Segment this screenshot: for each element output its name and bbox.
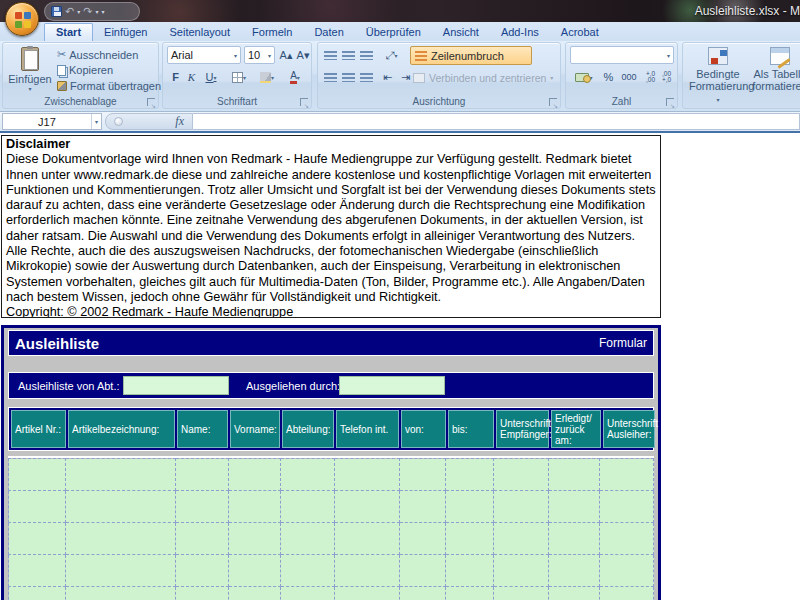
table-cell[interactable] xyxy=(600,491,654,523)
table-cell[interactable] xyxy=(548,587,600,600)
percent-style-button[interactable]: % xyxy=(600,68,617,86)
decrease-decimal-button[interactable]: ,00+,0 xyxy=(659,68,674,86)
font-dialog-launcher-icon[interactable] xyxy=(300,98,308,106)
table-cell[interactable] xyxy=(548,491,600,523)
save-icon[interactable] xyxy=(51,6,62,17)
table-cell[interactable] xyxy=(446,459,494,491)
cut-button[interactable]: ✂ Ausschneiden xyxy=(57,48,138,61)
table-cell[interactable] xyxy=(600,555,654,587)
align-center-button[interactable] xyxy=(340,68,357,86)
wrap-text-button[interactable]: Zeilenumbruch xyxy=(410,46,532,65)
table-cell[interactable] xyxy=(446,491,494,523)
formula-input[interactable] xyxy=(193,113,800,130)
table-cell[interactable] xyxy=(446,555,494,587)
table-cell[interactable] xyxy=(65,587,176,600)
tab-einfügen[interactable]: Einfügen xyxy=(93,24,158,41)
align-left-button[interactable] xyxy=(322,68,339,86)
table-cell[interactable] xyxy=(65,555,176,587)
orientation-button[interactable]: ⤢▾ xyxy=(379,46,404,64)
table-cell[interactable] xyxy=(229,587,281,600)
insert-function-icon[interactable]: fx xyxy=(175,114,184,129)
table-cell[interactable] xyxy=(548,555,600,587)
align-right-button[interactable] xyxy=(358,68,375,86)
table-cell[interactable] xyxy=(176,459,229,491)
number-format-combo[interactable]: ▾ xyxy=(570,46,674,64)
table-cell[interactable] xyxy=(334,491,399,523)
font-name-combo[interactable]: Arial▾ xyxy=(167,46,241,64)
table-cell[interactable] xyxy=(493,459,548,491)
table-cell[interactable] xyxy=(399,491,446,523)
table-cell[interactable] xyxy=(280,459,334,491)
table-cell[interactable] xyxy=(600,587,654,600)
align-top-button[interactable] xyxy=(322,46,339,64)
name-box[interactable]: J17 ▾ xyxy=(2,113,102,130)
tab-acrobat[interactable]: Acrobat xyxy=(550,24,610,41)
number-dialog-launcher-icon[interactable] xyxy=(666,98,674,106)
table-cell[interactable] xyxy=(65,491,176,523)
borders-button[interactable]: ▾ xyxy=(226,68,252,86)
office-button[interactable] xyxy=(5,2,39,36)
format-as-table-button[interactable]: Als Tabelle formatieren xyxy=(751,47,800,92)
qat-customize-icon[interactable]: ▾ xyxy=(101,8,104,15)
table-cell[interactable] xyxy=(334,523,399,555)
table-cell[interactable] xyxy=(9,491,66,523)
table-cell[interactable] xyxy=(280,523,334,555)
tab-daten[interactable]: Daten xyxy=(303,24,354,41)
table-cell[interactable] xyxy=(176,587,229,600)
merge-center-button[interactable]: Verbinden und zentrieren ▾ xyxy=(410,68,560,87)
increase-decimal-button[interactable]: +,0,00 xyxy=(643,68,658,86)
format-painter-button[interactable]: Format übertragen xyxy=(57,80,161,92)
conditional-formatting-button[interactable]: Bedingte Formatierung ▾ xyxy=(689,47,747,106)
table-cell[interactable] xyxy=(280,587,334,600)
table-cell[interactable] xyxy=(280,491,334,523)
table-cell[interactable] xyxy=(334,587,399,600)
table-cell[interactable] xyxy=(399,555,446,587)
table-cell[interactable] xyxy=(176,491,229,523)
table-cell[interactable] xyxy=(399,523,446,555)
tab-ansicht[interactable]: Ansicht xyxy=(432,24,490,41)
table-cell[interactable] xyxy=(9,587,66,600)
table-cell[interactable] xyxy=(493,523,548,555)
table-cell[interactable] xyxy=(334,555,399,587)
align-bottom-button[interactable] xyxy=(358,46,375,64)
accounting-format-button[interactable]: ▾ xyxy=(570,68,598,86)
redo-icon[interactable]: ↷ xyxy=(83,6,92,17)
table-cell[interactable] xyxy=(176,555,229,587)
undo-icon[interactable]: ↶ xyxy=(65,6,74,17)
table-cell[interactable] xyxy=(9,523,66,555)
table-cell[interactable] xyxy=(446,587,494,600)
department-input[interactable] xyxy=(123,376,229,395)
table-cell[interactable] xyxy=(399,587,446,600)
table-cell[interactable] xyxy=(229,459,281,491)
tab-start[interactable]: Start xyxy=(44,23,93,41)
name-box-dropdown-icon[interactable]: ▾ xyxy=(91,114,101,129)
fill-color-button[interactable]: ▾ xyxy=(254,68,280,86)
table-cell[interactable] xyxy=(65,459,176,491)
tab-formeln[interactable]: Formeln xyxy=(241,24,303,41)
table-cell[interactable] xyxy=(334,459,399,491)
align-middle-button[interactable] xyxy=(340,46,357,64)
font-color-button[interactable]: A▾ xyxy=(282,68,308,86)
borrower-input[interactable] xyxy=(339,376,445,395)
grow-font-button[interactable]: A▴ xyxy=(278,46,294,64)
table-cell[interactable] xyxy=(548,523,600,555)
tab-überprüfen[interactable]: Überprüfen xyxy=(355,24,432,41)
italic-button[interactable]: K xyxy=(184,68,199,86)
decrease-indent-button[interactable]: ⇤ xyxy=(379,68,396,86)
table-cell[interactable] xyxy=(229,523,281,555)
table-cell[interactable] xyxy=(493,491,548,523)
table-cell[interactable] xyxy=(229,555,281,587)
table-cell[interactable] xyxy=(548,459,600,491)
table-cell[interactable] xyxy=(493,555,548,587)
table-cell[interactable] xyxy=(446,523,494,555)
table-cell[interactable] xyxy=(600,523,654,555)
clipboard-dialog-launcher-icon[interactable] xyxy=(147,98,155,106)
copy-button[interactable]: Kopieren xyxy=(57,64,113,76)
tab-seitenlayout[interactable]: Seitenlayout xyxy=(159,24,242,41)
bold-button[interactable]: F xyxy=(168,68,183,86)
table-cell[interactable] xyxy=(280,555,334,587)
table-cell[interactable] xyxy=(65,523,176,555)
table-cell[interactable] xyxy=(399,459,446,491)
table-cell[interactable] xyxy=(9,555,66,587)
table-cell[interactable] xyxy=(600,459,654,491)
